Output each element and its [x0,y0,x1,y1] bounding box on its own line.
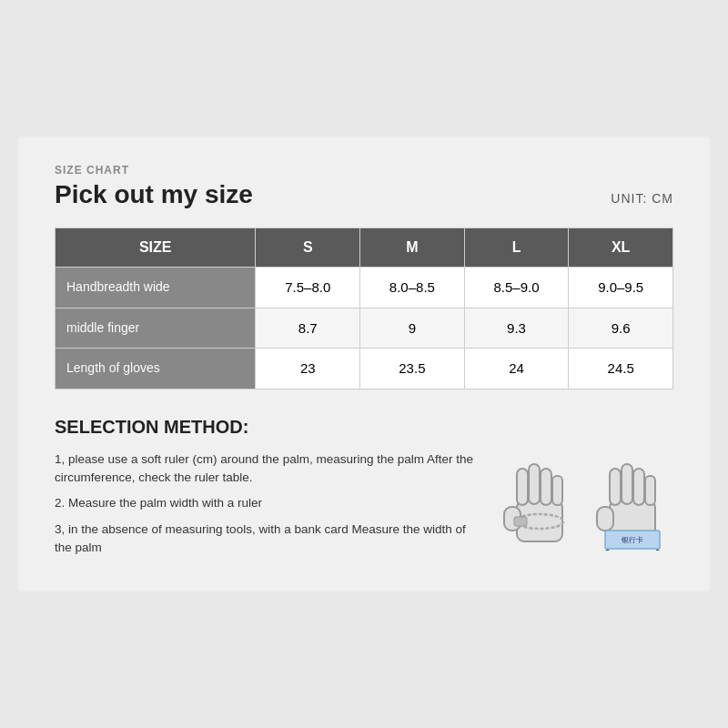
svg-rect-2 [517,469,528,505]
svg-rect-3 [529,464,540,504]
row-value: 23 [256,349,360,389]
row-value: 8.5–9.0 [464,267,569,308]
svg-rect-4 [541,469,551,505]
table-row: middle finger8.799.39.6 [56,308,673,349]
size-chart-label: SIZE CHART [55,164,673,177]
selection-section: SELECTION METHOD: 1, please use a soft r… [55,417,673,564]
row-label: Handbreadth wide [56,267,256,308]
size-chart-card: SIZE CHART Pick out my size UNIT: CM SIZ… [18,136,710,592]
size-table: SIZE S M L XL Handbreadth wide7.5–8.08.0… [55,228,673,389]
selection-title: SELECTION METHOD: [55,417,673,438]
row-value: 24.5 [569,349,673,389]
selection-text: 1, please use a soft ruler (cm) around t… [55,450,480,564]
svg-rect-5 [552,476,562,505]
table-row: Handbreadth wide7.5–8.08.0–8.58.5–9.09.0… [56,267,673,308]
row-label: Length of gloves [56,349,256,389]
main-title: Pick out my size [55,180,253,209]
row-value: 9.0–9.5 [569,267,673,308]
glove-card-icon: 银行卡 ~8.5cm~ [592,450,673,551]
table-row: Length of gloves2323.52424.5 [56,349,673,389]
col-header-s: S [256,228,360,267]
unit-label: UNIT: CM [611,191,673,206]
step-3: 3, in the absence of measuring tools, wi… [55,521,480,558]
row-value: 8.7 [256,308,360,349]
svg-rect-11 [622,464,632,504]
svg-rect-12 [633,469,644,505]
glove-tape-wrapper [499,450,581,551]
row-label: middle finger [56,308,256,349]
col-header-size: SIZE [56,228,256,267]
row-value: 8.0–8.5 [360,267,465,308]
glove-tape-icon [499,450,581,551]
row-value: 24 [464,349,569,389]
row-value: 9.6 [569,308,673,349]
col-header-xl: XL [569,228,673,267]
svg-text:银行卡: 银行卡 [621,536,643,544]
svg-rect-7 [514,517,527,526]
row-value: 7.5–8.0 [256,267,360,308]
svg-rect-10 [610,469,621,505]
glove-card-wrapper: 银行卡 ~8.5cm~ [592,450,673,551]
col-header-l: L [464,228,569,267]
svg-rect-13 [645,476,655,505]
col-header-m: M [360,228,465,267]
illustration: 银行卡 ~8.5cm~ [499,450,673,551]
header-row: Pick out my size UNIT: CM [55,180,673,209]
table-header-row: SIZE S M L XL [56,228,673,267]
svg-rect-9 [597,507,613,531]
step-2: 2. Measure the palm width with a ruler [55,494,480,512]
step-1: 1, please use a soft ruler (cm) around t… [55,450,480,488]
selection-content: 1, please use a soft ruler (cm) around t… [55,450,673,564]
row-value: 23.5 [360,349,465,389]
row-value: 9.3 [464,308,569,349]
row-value: 9 [360,308,465,349]
